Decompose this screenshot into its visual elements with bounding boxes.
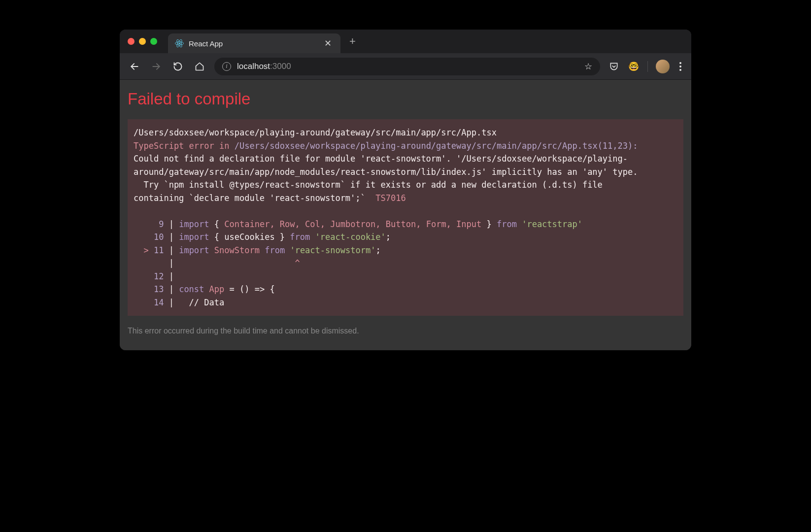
error-message-line-3: Try `npm install @types/react-snowstorm`…: [134, 180, 603, 190]
line-number-13: 13: [134, 284, 164, 294]
minimize-window-button[interactable]: [139, 38, 146, 45]
error-message-line-1: Could not find a declaration file for mo…: [134, 154, 628, 164]
react-icon: [175, 39, 184, 48]
toolbar: i localhost:3000 ☆ 🤓: [120, 53, 691, 80]
url-port: :3000: [270, 62, 291, 71]
line-number-11: 11: [149, 245, 164, 255]
error-line-marker: >: [134, 245, 149, 255]
titlebar: React App ✕ +: [120, 30, 691, 53]
url-host: localhost: [237, 62, 270, 71]
url-text: localhost:3000: [237, 62, 578, 71]
extension-icon[interactable]: 🤓: [628, 61, 640, 72]
browser-window: React App ✕ + i localhost:3000 ☆ 🤓: [120, 30, 691, 350]
ts-error-location: (11,23): [598, 141, 633, 151]
ts-error-path: /Users/sdoxsee/workspace/playing-around/…: [235, 141, 598, 151]
ts-error-label: TypeScript error in: [134, 141, 235, 151]
maximize-window-button[interactable]: [150, 38, 157, 45]
line-number-10: 10: [134, 232, 164, 242]
close-window-button[interactable]: [128, 38, 135, 45]
back-button[interactable]: [128, 60, 141, 73]
browser-menu-button[interactable]: [677, 60, 683, 73]
bookmark-icon[interactable]: ☆: [584, 61, 592, 72]
new-tab-button[interactable]: +: [349, 36, 356, 47]
ts-error-code: TS7016: [375, 193, 406, 203]
home-button[interactable]: [193, 60, 206, 73]
svg-point-0: [178, 42, 180, 44]
line-number-12: 12: [134, 271, 164, 281]
line-number-14: 14: [134, 298, 164, 307]
tab-title: React App: [189, 39, 317, 48]
profile-avatar[interactable]: [656, 60, 670, 73]
error-title: Failed to compile: [128, 90, 683, 108]
error-footer-note: This error occurred during the build tim…: [128, 327, 683, 335]
error-message-line-2: around/gateway/src/main/app/node_modules…: [134, 167, 638, 177]
browser-tab[interactable]: React App ✕: [168, 33, 340, 53]
reload-button[interactable]: [171, 60, 185, 73]
page-content: Failed to compile /Users/sdoxsee/workspa…: [120, 80, 691, 350]
close-tab-icon[interactable]: ✕: [322, 38, 334, 49]
error-file-path: /Users/sdoxsee/workspace/playing-around/…: [134, 128, 497, 137]
toolbar-divider: [647, 61, 648, 72]
line-number-9: 9: [134, 219, 164, 229]
error-message-line-4: containing `declare module 'react-snowst…: [134, 193, 375, 203]
pocket-extension-icon[interactable]: [608, 61, 620, 72]
error-box: /Users/sdoxsee/workspace/playing-around/…: [128, 119, 683, 316]
address-bar[interactable]: i localhost:3000 ☆: [214, 58, 600, 75]
site-info-icon[interactable]: i: [222, 62, 231, 71]
forward-button[interactable]: [149, 60, 163, 73]
window-controls: [128, 38, 157, 45]
error-caret: ^: [295, 258, 300, 268]
